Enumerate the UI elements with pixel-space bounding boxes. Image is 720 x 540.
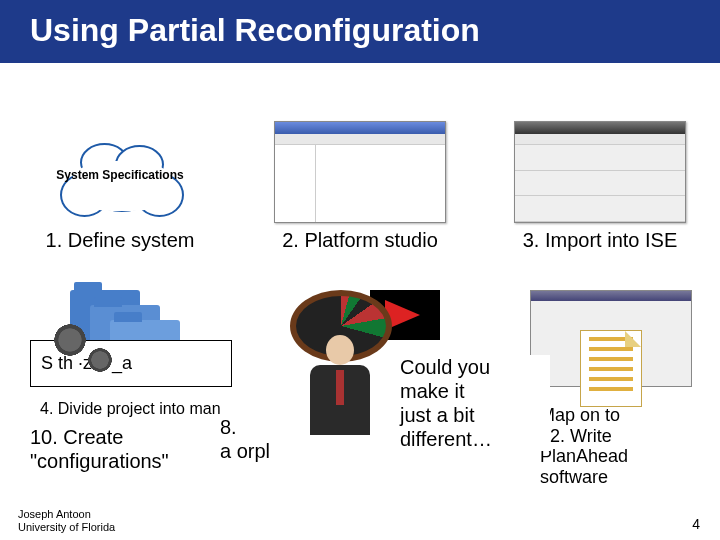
ise-window-icon: [514, 121, 686, 223]
gear-icon: [85, 345, 115, 375]
footer-affil: University of Florida: [18, 521, 115, 534]
platform-studio-window-icon: [274, 121, 446, 223]
cloud-icon: System Specifications: [50, 143, 190, 223]
footer-name: Joseph Antoon: [18, 508, 115, 521]
step-8-text: 8. a orpl: [220, 415, 270, 463]
cell-platform-studio: [240, 83, 480, 223]
caption-1: 1. Define system: [0, 223, 240, 253]
cell-define-system: System Specifications: [0, 83, 240, 223]
cell-import-ise: [480, 83, 720, 223]
speech-bubble-text: Could you make it just a bit different…: [400, 355, 550, 451]
top-grid: System Specifications 1. Define system 2…: [0, 83, 720, 253]
cloud-label: System Specifications: [50, 168, 190, 182]
businessman-icon: [300, 335, 380, 445]
right-overlap-text: Map on to 12. Write PlanAhead software: [540, 405, 628, 488]
step-4-text: 4. Divide project into man: [40, 400, 221, 418]
caption-2: 2. Platform studio: [240, 223, 480, 253]
step-10-text: 10. Create "configurations": [30, 425, 169, 473]
slide-number: 4: [692, 516, 700, 532]
overlap-region: S th ·ze! _a 4. Divide project into man …: [0, 290, 720, 540]
footer: Joseph Antoon University of Florida: [18, 508, 115, 534]
slide-title: Using Partial Reconfiguration: [0, 0, 720, 63]
gear-icon: [50, 320, 90, 360]
document-icon: [580, 330, 642, 407]
caption-3: 3. Import into ISE: [480, 223, 720, 253]
